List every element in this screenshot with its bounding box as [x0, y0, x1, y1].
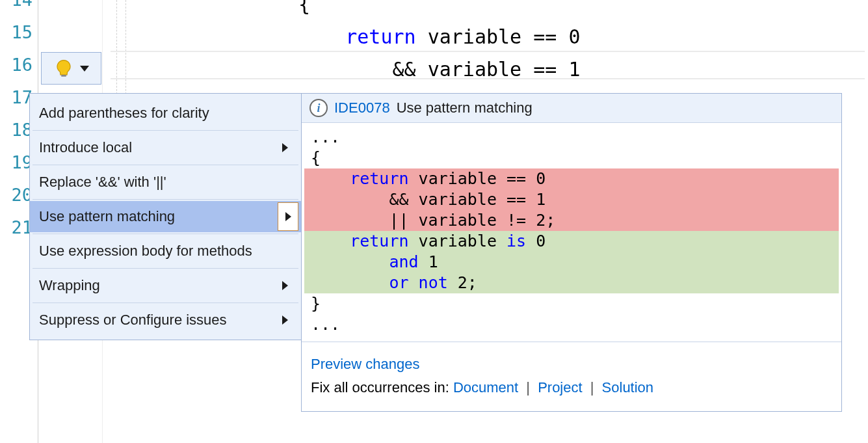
menu-item-add-parentheses[interactable]: Add parentheses for clarity	[30, 98, 301, 129]
svg-rect-0	[61, 75, 66, 77]
menu-item-replace-and[interactable]: Replace '&&' with '||'	[30, 167, 301, 198]
menu-item-introduce-local[interactable]: Introduce local	[30, 132, 301, 163]
diff-context: ...	[304, 314, 839, 335]
keyword: is	[506, 232, 526, 250]
keyword: not	[419, 273, 448, 292]
diff-added: return variable is 0	[304, 231, 839, 252]
fix-solution-link[interactable]: Solution	[602, 379, 654, 396]
fix-all-label: Fix all occurrences in:	[311, 379, 449, 396]
keyword: return	[350, 169, 408, 188]
preview-changes-link[interactable]: Preview changes	[311, 356, 420, 372]
diagnostic-id[interactable]: IDE0078	[334, 100, 390, 116]
menu-item-label: Replace '&&' with '||'	[39, 174, 166, 191]
keyword-return: return	[345, 25, 415, 48]
lightbulb-button[interactable]	[41, 52, 101, 85]
menu-separator	[33, 130, 298, 131]
line-number: 16	[0, 49, 33, 81]
chevron-right-icon	[282, 143, 288, 152]
line-number: 19	[0, 146, 33, 179]
menu-item-expression-body[interactable]: Use expression body for methods	[30, 235, 301, 267]
info-icon: i	[309, 99, 328, 117]
fix-preview-panel: i IDE0078 Use pattern matching ...{ retu…	[301, 93, 842, 412]
menu-item-wrapping[interactable]: Wrapping	[30, 270, 301, 301]
diff-view: ...{ return variable == 0 && variable ==…	[302, 123, 841, 342]
fix-document-link[interactable]: Document	[453, 379, 518, 396]
line-number: 20	[0, 179, 33, 211]
line-number: 15	[0, 16, 33, 49]
menu-separator	[33, 302, 298, 303]
menu-item-label: Wrapping	[39, 277, 100, 294]
menu-item-label: Add parentheses for clarity	[39, 105, 209, 122]
preview-footer: Preview changes Fix all occurrences in: …	[302, 342, 841, 411]
submenu-indicator	[278, 202, 298, 231]
line-number: 18	[0, 114, 33, 146]
menu-item-label: Use expression body for methods	[39, 243, 252, 260]
keyword: and	[389, 252, 418, 271]
chevron-down-icon	[80, 66, 89, 72]
separator: |	[526, 379, 530, 396]
keyword: return	[350, 232, 408, 250]
menu-item-use-pattern-matching[interactable]: Use pattern matching	[30, 201, 301, 232]
code-line: {	[111, 0, 310, 16]
diff-added: and 1	[304, 252, 839, 273]
fix-project-link[interactable]: Project	[538, 379, 582, 396]
line-number: 17	[0, 81, 33, 114]
code-line: && variable == 1	[111, 58, 580, 81]
menu-item-suppress-configure[interactable]: Suppress or Configure issues	[30, 304, 301, 336]
diff-context: {	[304, 148, 839, 168]
menu-item-label: Introduce local	[39, 139, 132, 156]
line-number: 14	[0, 0, 33, 8]
menu-item-label: Suppress or Configure issues	[39, 312, 227, 329]
code-editor[interactable]: { return variable == 0 && variable == 1	[111, 0, 580, 86]
separator: |	[590, 379, 594, 396]
diff-context: }	[304, 293, 839, 314]
diff-context: ...	[304, 127, 839, 148]
diff-added: or not 2;	[304, 273, 839, 293]
menu-item-label: Use pattern matching	[39, 208, 175, 225]
chevron-right-icon	[282, 315, 288, 325]
diff-removed: || variable != 2;	[304, 210, 839, 231]
diff-removed: && variable == 1	[304, 189, 839, 210]
menu-separator	[33, 165, 298, 165]
quick-actions-menu: Add parentheses for clarity Introduce lo…	[29, 93, 301, 340]
menu-separator	[33, 234, 298, 234]
code-text: variable == 0	[416, 25, 581, 48]
keyword: or	[389, 273, 408, 292]
chevron-right-icon	[282, 281, 288, 290]
chevron-right-icon	[285, 212, 291, 221]
diagnostic-message: Use pattern matching	[397, 100, 533, 116]
menu-separator	[33, 199, 298, 200]
lightbulb-icon	[54, 59, 73, 78]
menu-separator	[33, 268, 298, 269]
diff-removed: return variable == 0	[304, 168, 839, 189]
preview-header: i IDE0078 Use pattern matching	[302, 94, 841, 123]
line-number: 21	[0, 211, 33, 244]
